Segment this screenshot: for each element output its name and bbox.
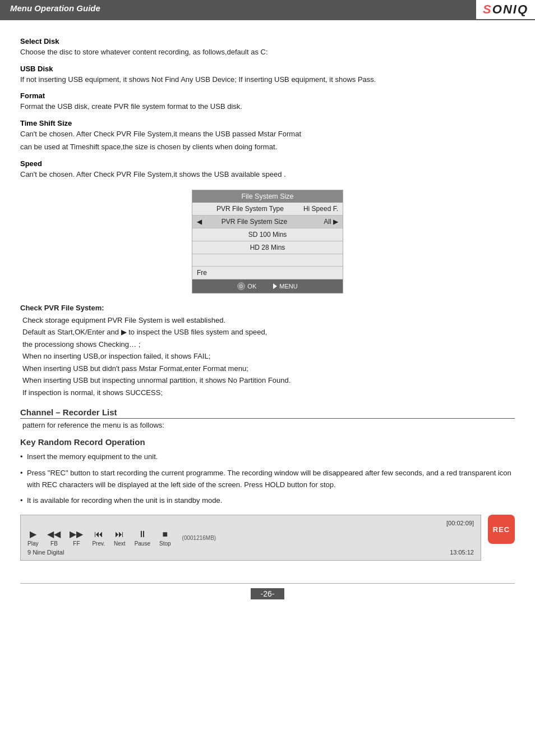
menu-triangle-icon [273, 283, 277, 289]
dialog-row-label-1: PVR File System Size [204, 218, 305, 226]
timer-value: [00:02:09] [446, 520, 474, 526]
dialog-title: File System Size [192, 190, 343, 203]
ok-label: OK [247, 283, 256, 290]
dialog-left-arrow: ◀ [197, 218, 202, 226]
pause-icon: ⏸ [138, 529, 147, 539]
play-label: Play [27, 540, 38, 547]
fb-label: FB [50, 540, 58, 547]
dialog-row-label-3: HD 28 Mins [197, 244, 338, 251]
dialog-row-5: Fre [192, 267, 343, 280]
next-icon: ⏭ [115, 529, 124, 539]
dialog-ok-btn[interactable]: ⊙ OK [237, 282, 256, 290]
page-header: Menu Operation Guide SONIQ [0, 0, 535, 20]
dialog-row-label-5: Fre [197, 269, 338, 277]
header-logo: SONIQ [475, 0, 535, 19]
dialog-row-2: SD 100 Mins [192, 228, 343, 241]
page-number-area: -26- [20, 583, 515, 599]
dialog-row-3: HD 28 Mins [192, 241, 343, 254]
next-btn[interactable]: ⏭ Next [114, 529, 126, 547]
check-pvr-line-3: When no inserting USB,or inspection fail… [22, 350, 515, 362]
prev-label: Prev. [92, 540, 105, 547]
time-shift-label: Time Shift Size [20, 119, 515, 127]
pause-btn[interactable]: ⏸ Pause [135, 529, 150, 547]
rec-controls: ▶ Play ◀◀ FB ▶▶ FF ⏮ Prev. [27, 529, 474, 547]
play-btn[interactable]: ▶ Play [27, 529, 38, 547]
next-label: Next [114, 540, 126, 547]
ff-btn[interactable]: ▶▶ FF [70, 529, 83, 547]
logo-text: SONIQ [483, 2, 528, 17]
key-random-title: Key Random Record Operation [20, 437, 515, 447]
mb-badge: (0001216MB) [182, 535, 216, 541]
speed-label: Speed [20, 159, 515, 168]
check-pvr-body: Check storage equipment PVR File System … [22, 314, 515, 398]
rec-badge: REC [488, 515, 515, 544]
menu-label: MENU [279, 283, 297, 290]
channel-recorder-title: Channel – Recorder List [20, 407, 515, 419]
dialog-row-label-0: PVR File System Type [197, 205, 303, 213]
channel-name: 9 Nine Digital [27, 549, 64, 556]
stop-label: Stop [159, 540, 171, 547]
dialog-row-4 [192, 254, 343, 267]
dialog-row-value-0: Hi Speed F. [303, 205, 338, 213]
format-label: Format [20, 91, 515, 100]
bullet-item-2: It is available for recording when the u… [20, 495, 515, 507]
check-pvr-label: Check PVR File System: [20, 304, 515, 312]
time-shift-body1: Can't be chosen. After Check PVR File Sy… [20, 129, 515, 140]
header-title: Menu Operation Guide [0, 0, 475, 19]
fb-icon: ◀◀ [47, 529, 61, 539]
select-disk-body: Choose the disc to store whatever conten… [20, 47, 515, 58]
rec-time: 13:05:12 [450, 549, 474, 556]
play-icon: ▶ [30, 529, 36, 539]
rec-ui-bottom: 9 Nine Digital 13:05:12 [27, 549, 474, 556]
format-body: Format the USB disk, create PVR file sys… [20, 101, 515, 112]
usb-disk-label: USB Disk [20, 65, 515, 73]
prev-icon: ⏮ [94, 529, 103, 539]
file-system-dialog: File System Size PVR File System Type Hi… [192, 190, 343, 294]
check-pvr-line-2: the processiong shows Checking… ; [22, 338, 515, 350]
pause-label: Pause [135, 540, 150, 547]
dialog-footer: ⊙ OK MENU [192, 280, 343, 293]
dialog-menu-btn[interactable]: MENU [273, 282, 297, 290]
dialog-row-1: ◀ PVR File System Size All ▶ [192, 216, 343, 228]
dialog-row-0: PVR File System Type Hi Speed F. [192, 203, 343, 216]
stop-icon: ■ [162, 529, 168, 539]
channel-recorder-body: pattern for reference the menu is as fol… [22, 421, 515, 429]
select-disk-label: Select Disk [20, 37, 515, 45]
usb-disk-body: If not inserting USB equipment, it shows… [20, 74, 515, 85]
title-text: Menu Operation Guide [10, 3, 100, 13]
time-shift-body2: can be used at Timeshift space,the size … [20, 141, 515, 153]
bullet-item-0: Insert the memory equipment to the unit. [20, 451, 515, 463]
rec-ui-box: [00:02:09] ▶ Play ◀◀ FB ▶▶ FF [20, 515, 481, 561]
check-pvr-line-0: Check storage equipment PVR File System … [22, 314, 515, 326]
speed-body: Can't be chosen. After Check PVR File Sy… [20, 169, 515, 180]
ff-label: FF [73, 540, 80, 547]
check-pvr-line-5: When inserting USB but inspecting unnorm… [22, 374, 515, 386]
ff-icon: ▶▶ [70, 529, 83, 539]
page-number: -26- [251, 588, 285, 599]
dialog-wrapper: File System Size PVR File System Type Hi… [20, 190, 515, 294]
rec-ui-wrapper: [00:02:09] ▶ Play ◀◀ FB ▶▶ FF [20, 515, 515, 561]
check-pvr-line-1: Default as Start,OK/Enter and ▶ to inspe… [22, 326, 515, 338]
page-content: Select Disk Choose the disc to store wha… [0, 20, 535, 620]
check-pvr-line-4: When inserting USB but didn't pass Mstar… [22, 363, 515, 374]
dialog-row-label-2: SD 100 Mins [197, 231, 338, 239]
ok-circle-icon: ⊙ [237, 282, 245, 290]
stop-btn[interactable]: ■ Stop [159, 529, 171, 547]
dialog-row-value-1: All ▶ [305, 218, 338, 226]
bullet-item-1: Press "REC" button to start recording th… [20, 468, 515, 491]
prev-btn[interactable]: ⏮ Prev. [92, 529, 105, 547]
check-pvr-line-6: If inspection is normal, it shows SUCCES… [22, 387, 515, 398]
rec-timer: [00:02:09] [27, 520, 474, 526]
fb-btn[interactable]: ◀◀ FB [47, 529, 61, 547]
